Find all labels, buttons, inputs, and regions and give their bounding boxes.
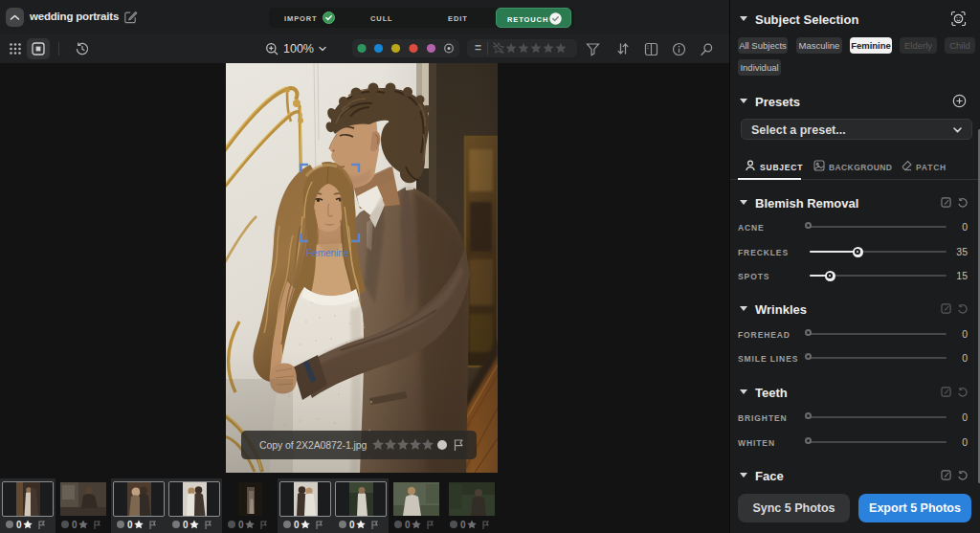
svg-text:0: 0 — [183, 520, 189, 530]
svg-text:0: 0 — [405, 520, 411, 530]
svg-text:0: 0 — [16, 520, 22, 530]
svg-text:0: 0 — [127, 520, 133, 530]
svg-text:0: 0 — [349, 520, 355, 530]
svg-text:0: 0 — [460, 520, 466, 530]
svg-text:Femenine: Femenine — [306, 248, 349, 258]
svg-text:0: 0 — [238, 520, 244, 530]
svg-text:0: 0 — [72, 520, 78, 530]
svg-text:0: 0 — [294, 520, 300, 530]
